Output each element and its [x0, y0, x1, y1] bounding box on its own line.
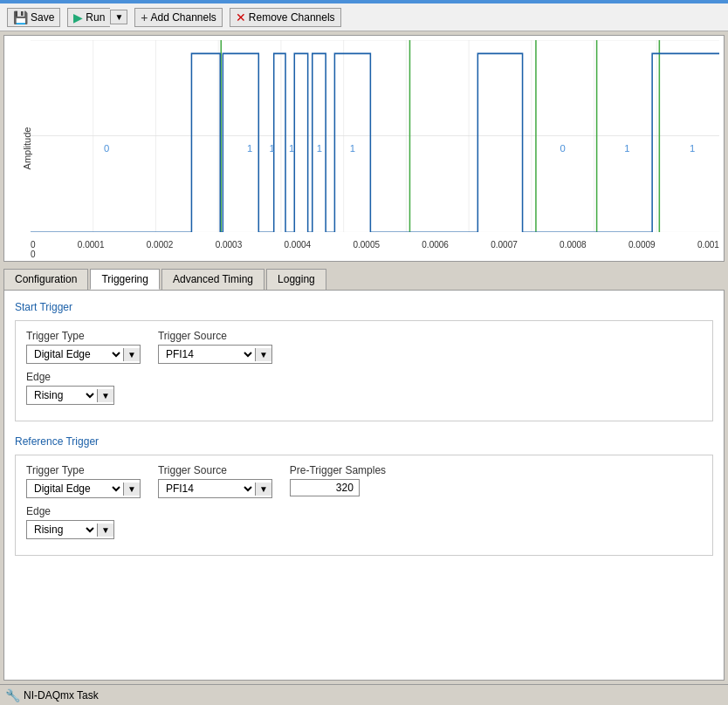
add-channels-label: Add Channels [150, 11, 216, 24]
start-trigger-row2: Edge Rising ▼ [26, 371, 702, 405]
x-label-9: 0.0009 [628, 240, 656, 259]
pre-trigger-samples-label: Pre-Trigger Samples [290, 464, 386, 476]
tabs-container: Configuration Triggering Advanced Timing… [3, 269, 725, 290]
x-label-0: 00 [31, 240, 36, 259]
start-trigger-section: Start Trigger Trigger Type Digital Edge … [15, 301, 713, 421]
ref-trigger-source-select[interactable]: PFI14 [159, 480, 255, 497]
start-trigger-type-label: Trigger Type [26, 330, 141, 342]
start-edge-group: Edge Rising ▼ [26, 371, 114, 405]
x-label-10: 0.001 [697, 240, 719, 259]
ref-trigger-row2: Edge Rising ▼ [26, 505, 702, 539]
add-icon: + [141, 10, 148, 24]
tab-advanced-timing[interactable]: Advanced Timing [161, 269, 264, 290]
start-trigger-type-select[interactable]: Digital Edge [27, 346, 123, 363]
remove-channels-button[interactable]: ✕ Remove Channels [230, 8, 341, 27]
ref-trigger-source-arrow[interactable]: ▼ [255, 483, 271, 496]
x-label-7: 0.0007 [491, 240, 518, 259]
add-channels-button[interactable]: + Add Channels [134, 8, 223, 27]
start-trigger-source-select-wrapper[interactable]: PFI14 ▼ [158, 345, 272, 364]
ref-trigger-type-select[interactable]: Digital Edge [27, 480, 123, 497]
x-axis-labels: 00 0.0001 0.0002 0.0003 0.0004 0.0005 0.… [31, 240, 719, 259]
ref-trigger-source-select-wrapper[interactable]: PFI14 ▼ [158, 479, 272, 498]
svg-text:1: 1 [624, 143, 629, 154]
x-label-1: 0.0001 [78, 240, 105, 259]
save-button[interactable]: 💾 Save [7, 8, 60, 27]
remove-channels-label: Remove Channels [249, 11, 335, 24]
save-icon: 💾 [13, 10, 28, 24]
ref-trigger-type-select-wrapper[interactable]: Digital Edge ▼ [26, 479, 141, 498]
ref-edge-arrow[interactable]: ▼ [97, 524, 113, 537]
run-arrow-icon: ▼ [114, 12, 123, 22]
tab-triggering[interactable]: Triggering [90, 269, 160, 290]
remove-icon: ✕ [236, 10, 246, 24]
start-trigger-source-label: Trigger Source [158, 330, 272, 342]
panel-area: Configuration Triggering Advanced Timing… [0, 265, 728, 684]
start-trigger-type-arrow[interactable]: ▼ [123, 348, 140, 361]
ref-trigger-type-label: Trigger Type [26, 464, 141, 476]
run-dropdown-button[interactable]: ▼ [110, 10, 127, 24]
pre-trigger-samples-group: Pre-Trigger Samples [290, 464, 386, 496]
ref-trigger-source-label: Trigger Source [158, 464, 272, 476]
reference-trigger-section: Reference Trigger Trigger Type Digital E… [15, 435, 713, 556]
svg-text:1: 1 [350, 143, 355, 154]
svg-text:0: 0 [560, 143, 566, 154]
start-edge-label: Edge [26, 371, 114, 383]
reference-trigger-inner: Trigger Type Digital Edge ▼ Trigger Sour… [15, 455, 713, 556]
run-button[interactable]: ▶ Run [67, 8, 110, 27]
start-trigger-title: Start Trigger [15, 301, 713, 313]
start-edge-select-wrapper[interactable]: Rising ▼ [26, 386, 114, 405]
run-button-group: ▶ Run ▼ [67, 8, 127, 27]
start-trigger-source-select[interactable]: PFI14 [159, 346, 255, 363]
svg-text:0: 0 [104, 143, 109, 154]
save-label: Save [31, 11, 54, 24]
ref-edge-select-wrapper[interactable]: Rising ▼ [26, 520, 114, 539]
status-text: NI-DAQmx Task [24, 689, 99, 702]
x-label-4: 0.0004 [285, 240, 312, 259]
reference-trigger-title: Reference Trigger [15, 435, 713, 448]
main-content: Amplitude [0, 31, 728, 684]
start-trigger-source-arrow[interactable]: ▼ [255, 348, 271, 361]
start-edge-arrow[interactable]: ▼ [97, 389, 113, 402]
svg-text:1: 1 [289, 143, 294, 154]
waveform-chart: 0 1 1 1 1 1 0 1 1 1 0 -1 [31, 40, 719, 232]
status-icon: 🔧 [5, 688, 20, 702]
tab-configuration[interactable]: Configuration [3, 269, 88, 290]
chart-area: Amplitude [3, 35, 725, 262]
svg-text:1: 1 [317, 143, 322, 154]
x-label-8: 0.0008 [560, 240, 587, 259]
x-label-6: 0.0006 [422, 240, 449, 259]
pre-trigger-samples-input[interactable] [290, 479, 360, 496]
start-trigger-type-select-wrapper[interactable]: Digital Edge ▼ [26, 345, 141, 364]
start-trigger-type-group: Trigger Type Digital Edge ▼ [26, 330, 141, 364]
toolbar: 💾 Save ▶ Run ▼ + Add Channels ✕ Remove C… [0, 3, 728, 31]
svg-text:1: 1 [270, 143, 275, 154]
ref-trigger-type-arrow[interactable]: ▼ [123, 483, 140, 496]
x-label-3: 0.0003 [216, 240, 243, 259]
ref-trigger-type-group: Trigger Type Digital Edge ▼ [26, 464, 141, 498]
tab-content-triggering: Start Trigger Trigger Type Digital Edge … [3, 290, 725, 681]
run-icon: ▶ [73, 10, 83, 24]
svg-text:1: 1 [247, 143, 252, 154]
ref-edge-label: Edge [26, 505, 114, 517]
start-trigger-inner: Trigger Type Digital Edge ▼ Trigger Sour… [15, 320, 713, 421]
ref-edge-group: Edge Rising ▼ [26, 505, 114, 539]
start-edge-select[interactable]: Rising [27, 387, 97, 404]
run-label: Run [86, 11, 105, 24]
ref-trigger-source-group: Trigger Source PFI14 ▼ [158, 464, 272, 498]
start-trigger-row1: Trigger Type Digital Edge ▼ Trigger Sour… [26, 330, 702, 364]
ref-trigger-row1: Trigger Type Digital Edge ▼ Trigger Sour… [26, 464, 702, 498]
tab-logging[interactable]: Logging [266, 269, 326, 290]
start-trigger-source-group: Trigger Source PFI14 ▼ [158, 330, 272, 364]
status-bar: 🔧 NI-DAQmx Task [0, 684, 728, 705]
svg-text:1: 1 [690, 143, 695, 154]
ref-edge-select[interactable]: Rising [27, 521, 97, 538]
x-label-5: 0.0005 [353, 240, 380, 259]
x-label-2: 0.0002 [147, 240, 174, 259]
